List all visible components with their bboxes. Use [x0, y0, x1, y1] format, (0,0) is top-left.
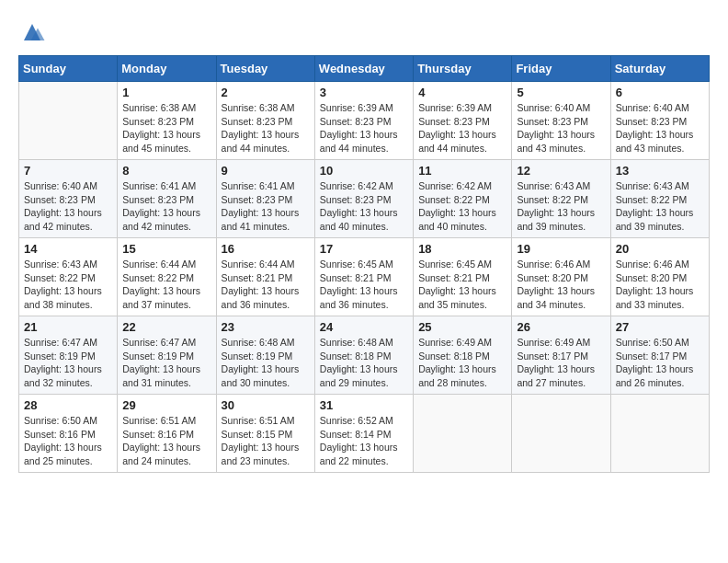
calendar-cell: 1Sunrise: 6:38 AM Sunset: 8:23 PM Daylig… [118, 82, 216, 160]
day-number: 29 [122, 398, 210, 412]
weekday-header: Tuesday [216, 56, 314, 82]
day-number: 7 [24, 164, 112, 178]
day-number: 6 [616, 86, 704, 99]
day-number: 2 [222, 86, 310, 99]
calendar-cell: 9Sunrise: 6:41 AM Sunset: 8:23 PM Daylig… [216, 160, 314, 238]
calendar-week-row: 28Sunrise: 6:50 AM Sunset: 8:16 PM Dayli… [19, 395, 710, 473]
page-container: SundayMondayTuesdayWednesdayThursdayFrid… [18, 18, 710, 473]
day-number: 10 [320, 164, 408, 178]
day-info: Sunrise: 6:50 AM Sunset: 8:16 PM Dayligh… [24, 414, 112, 468]
day-number: 13 [616, 164, 704, 178]
day-number: 28 [24, 398, 112, 412]
day-info: Sunrise: 6:39 AM Sunset: 8:23 PM Dayligh… [418, 101, 506, 155]
day-number: 31 [320, 398, 408, 412]
calendar-cell: 15Sunrise: 6:44 AM Sunset: 8:22 PM Dayli… [118, 238, 216, 316]
day-number: 4 [418, 86, 506, 99]
day-number: 30 [222, 398, 310, 412]
calendar-cell [610, 395, 709, 473]
calendar-cell: 21Sunrise: 6:47 AM Sunset: 8:19 PM Dayli… [19, 316, 118, 395]
day-info: Sunrise: 6:48 AM Sunset: 8:18 PM Dayligh… [320, 336, 408, 390]
day-info: Sunrise: 6:51 AM Sunset: 8:16 PM Dayligh… [122, 414, 210, 468]
calendar-cell: 5Sunrise: 6:40 AM Sunset: 8:23 PM Daylig… [512, 82, 610, 160]
calendar-cell: 4Sunrise: 6:39 AM Sunset: 8:23 PM Daylig… [414, 82, 512, 160]
calendar-table: SundayMondayTuesdayWednesdayThursdayFrid… [18, 55, 710, 473]
day-info: Sunrise: 6:38 AM Sunset: 8:23 PM Dayligh… [122, 101, 210, 155]
weekday-header: Sunday [19, 56, 118, 82]
calendar-cell [512, 395, 610, 473]
calendar-cell: 13Sunrise: 6:43 AM Sunset: 8:22 PM Dayli… [610, 160, 709, 238]
calendar-cell: 8Sunrise: 6:41 AM Sunset: 8:23 PM Daylig… [118, 160, 216, 238]
day-number: 8 [122, 164, 210, 178]
calendar-cell: 10Sunrise: 6:42 AM Sunset: 8:23 PM Dayli… [314, 160, 413, 238]
day-info: Sunrise: 6:41 AM Sunset: 8:23 PM Dayligh… [222, 179, 310, 234]
day-info: Sunrise: 6:40 AM Sunset: 8:23 PM Dayligh… [517, 101, 605, 155]
day-number: 26 [517, 320, 605, 334]
day-info: Sunrise: 6:51 AM Sunset: 8:15 PM Dayligh… [222, 414, 310, 468]
day-info: Sunrise: 6:42 AM Sunset: 8:23 PM Dayligh… [320, 179, 408, 234]
calendar-cell: 17Sunrise: 6:45 AM Sunset: 8:21 PM Dayli… [314, 238, 413, 316]
day-number: 22 [122, 320, 210, 334]
weekday-header: Saturday [610, 56, 709, 82]
day-info: Sunrise: 6:47 AM Sunset: 8:19 PM Dayligh… [122, 336, 210, 390]
day-info: Sunrise: 6:41 AM Sunset: 8:23 PM Dayligh… [122, 179, 210, 234]
weekday-header: Friday [512, 56, 610, 82]
day-number: 12 [517, 164, 605, 178]
calendar-cell [414, 395, 512, 473]
day-info: Sunrise: 6:43 AM Sunset: 8:22 PM Dayligh… [24, 258, 112, 312]
day-info: Sunrise: 6:38 AM Sunset: 8:23 PM Dayligh… [222, 101, 310, 155]
day-info: Sunrise: 6:47 AM Sunset: 8:19 PM Dayligh… [24, 336, 112, 390]
calendar-cell: 12Sunrise: 6:43 AM Sunset: 8:22 PM Dayli… [512, 160, 610, 238]
header [18, 18, 710, 46]
day-info: Sunrise: 6:46 AM Sunset: 8:20 PM Dayligh… [517, 258, 605, 312]
day-number: 21 [24, 320, 112, 334]
calendar-cell: 29Sunrise: 6:51 AM Sunset: 8:16 PM Dayli… [118, 395, 216, 473]
day-number: 9 [222, 164, 310, 178]
calendar-cell: 7Sunrise: 6:40 AM Sunset: 8:23 PM Daylig… [19, 160, 118, 238]
day-info: Sunrise: 6:45 AM Sunset: 8:21 PM Dayligh… [320, 258, 408, 312]
calendar-week-row: 1Sunrise: 6:38 AM Sunset: 8:23 PM Daylig… [19, 82, 710, 160]
day-info: Sunrise: 6:43 AM Sunset: 8:22 PM Dayligh… [616, 179, 704, 234]
day-number: 17 [320, 242, 408, 256]
day-number: 24 [320, 320, 408, 334]
calendar-cell: 16Sunrise: 6:44 AM Sunset: 8:21 PM Dayli… [216, 238, 314, 316]
logo-icon [18, 18, 46, 46]
day-number: 27 [616, 320, 704, 334]
calendar-cell: 25Sunrise: 6:49 AM Sunset: 8:18 PM Dayli… [414, 316, 512, 395]
calendar-header-row: SundayMondayTuesdayWednesdayThursdayFrid… [19, 56, 710, 82]
calendar-cell: 30Sunrise: 6:51 AM Sunset: 8:15 PM Dayli… [216, 395, 314, 473]
calendar-cell: 19Sunrise: 6:46 AM Sunset: 8:20 PM Dayli… [512, 238, 610, 316]
day-number: 19 [517, 242, 605, 256]
calendar-cell: 31Sunrise: 6:52 AM Sunset: 8:14 PM Dayli… [314, 395, 413, 473]
day-info: Sunrise: 6:52 AM Sunset: 8:14 PM Dayligh… [320, 414, 408, 468]
logo [18, 18, 50, 46]
weekday-header: Wednesday [314, 56, 413, 82]
day-number: 3 [320, 86, 408, 99]
calendar-cell [19, 82, 118, 160]
calendar-cell: 20Sunrise: 6:46 AM Sunset: 8:20 PM Dayli… [610, 238, 709, 316]
day-number: 14 [24, 242, 112, 256]
day-info: Sunrise: 6:44 AM Sunset: 8:22 PM Dayligh… [122, 258, 210, 312]
day-info: Sunrise: 6:40 AM Sunset: 8:23 PM Dayligh… [616, 101, 704, 155]
calendar-cell: 3Sunrise: 6:39 AM Sunset: 8:23 PM Daylig… [314, 82, 413, 160]
calendar-cell: 18Sunrise: 6:45 AM Sunset: 8:21 PM Dayli… [414, 238, 512, 316]
day-number: 18 [418, 242, 506, 256]
day-info: Sunrise: 6:50 AM Sunset: 8:17 PM Dayligh… [616, 336, 704, 390]
day-info: Sunrise: 6:43 AM Sunset: 8:22 PM Dayligh… [517, 179, 605, 234]
day-number: 16 [222, 242, 310, 256]
calendar-cell: 11Sunrise: 6:42 AM Sunset: 8:22 PM Dayli… [414, 160, 512, 238]
calendar-cell: 24Sunrise: 6:48 AM Sunset: 8:18 PM Dayli… [314, 316, 413, 395]
day-number: 20 [616, 242, 704, 256]
calendar-week-row: 14Sunrise: 6:43 AM Sunset: 8:22 PM Dayli… [19, 238, 710, 316]
day-number: 25 [418, 320, 506, 334]
calendar-cell: 28Sunrise: 6:50 AM Sunset: 8:16 PM Dayli… [19, 395, 118, 473]
calendar-week-row: 21Sunrise: 6:47 AM Sunset: 8:19 PM Dayli… [19, 316, 710, 395]
day-number: 15 [122, 242, 210, 256]
day-number: 5 [517, 86, 605, 99]
day-info: Sunrise: 6:45 AM Sunset: 8:21 PM Dayligh… [418, 258, 506, 312]
calendar-cell: 14Sunrise: 6:43 AM Sunset: 8:22 PM Dayli… [19, 238, 118, 316]
day-number: 1 [122, 86, 210, 99]
calendar-cell: 22Sunrise: 6:47 AM Sunset: 8:19 PM Dayli… [118, 316, 216, 395]
day-info: Sunrise: 6:49 AM Sunset: 8:18 PM Dayligh… [418, 336, 506, 390]
calendar-cell: 6Sunrise: 6:40 AM Sunset: 8:23 PM Daylig… [610, 82, 709, 160]
day-info: Sunrise: 6:40 AM Sunset: 8:23 PM Dayligh… [24, 179, 112, 234]
